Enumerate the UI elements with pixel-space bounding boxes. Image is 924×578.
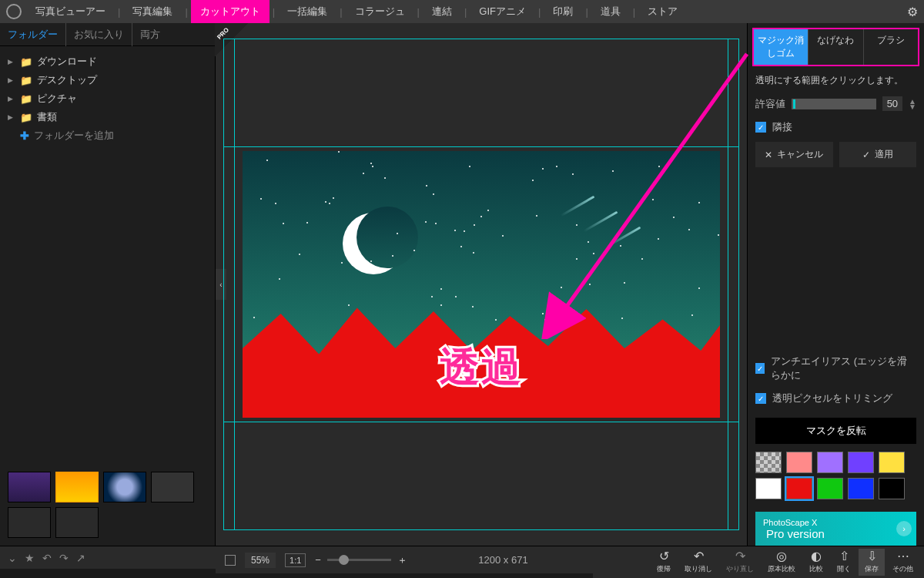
- folder-label: 書類: [37, 110, 57, 124]
- main-tab-bar: 写真ビューアー| 写真編集| カットアウト| 一括編集| コラージュ| 連結| …: [0, 0, 924, 23]
- bottom-left-bar: ⌄ ★ ↶ ↷ ↗: [0, 546, 216, 569]
- target-icon: ◎: [776, 550, 787, 563]
- folder-icon: 📁: [20, 75, 32, 86]
- color-swatches: [748, 449, 924, 507]
- swatch-red[interactable]: [786, 478, 812, 499]
- tool-tab-brush[interactable]: ブラシ: [863, 29, 918, 65]
- folder-pictures[interactable]: ▶📁ピクチャ: [5, 89, 210, 108]
- thumbnail[interactable]: [8, 472, 51, 502]
- swatch-green[interactable]: [817, 478, 843, 499]
- checkbox-checked-icon[interactable]: ✓: [755, 363, 765, 374]
- thumbnail[interactable]: [55, 472, 99, 502]
- zoom-percent[interactable]: 55%: [245, 553, 276, 568]
- star-icon[interactable]: ★: [25, 552, 35, 564]
- swatch-white[interactable]: [755, 478, 782, 499]
- tool-tab-bar: マジック消しゴム なげなわ ブラシ: [752, 28, 919, 66]
- chevron-down-icon[interactable]: ⌄: [8, 552, 17, 564]
- disclosure-triangle-icon[interactable]: ▶: [8, 113, 15, 121]
- right-panel: マジック消しゴム なげなわ ブラシ 透明にする範囲をクリックします。 許容値 5…: [747, 23, 924, 546]
- download-icon: ⇩: [867, 550, 877, 563]
- tab-tools[interactable]: 道具: [593, 2, 628, 22]
- save-button[interactable]: ⇩保存: [859, 549, 885, 576]
- left-tab-folders[interactable]: フォルダー: [0, 23, 65, 46]
- tool-tab-magic-eraser[interactable]: マジック消しゴム: [754, 29, 808, 65]
- revert-button[interactable]: ↺復帰: [651, 549, 677, 576]
- tool-tab-lasso[interactable]: なげなわ: [808, 29, 862, 65]
- thumbnail[interactable]: [8, 507, 51, 538]
- checkbox-checked-icon[interactable]: ✓: [755, 393, 766, 404]
- swatch-yellow[interactable]: [879, 452, 905, 473]
- pro-banner[interactable]: PhotoScape X Pro version ›: [755, 512, 916, 546]
- thumbnail[interactable]: [103, 472, 146, 502]
- bottom-center-bar: 55% 1:1 − ＋ 1200 x 671: [216, 546, 593, 573]
- apply-label: 適用: [875, 148, 893, 161]
- folder-desktop[interactable]: ▶📁デスクトップ: [5, 71, 210, 89]
- thumbnail[interactable]: [55, 507, 99, 538]
- checkbox-checked-icon[interactable]: ✓: [755, 122, 766, 133]
- zoom-slider[interactable]: − ＋: [315, 553, 407, 567]
- folder-tree: ▶📁ダウンロード ▶📁デスクトップ ▶📁ピクチャ ▶📁書類 ✚フォルダーを追加: [0, 46, 215, 151]
- tolerance-slider[interactable]: [792, 99, 876, 109]
- folder-label: デスクトップ: [37, 73, 97, 87]
- rotate-left-icon[interactable]: ↶: [42, 552, 52, 564]
- more-button[interactable]: ⋯その他: [886, 549, 919, 576]
- zoom-out-icon[interactable]: −: [315, 554, 321, 566]
- rotate-right-icon[interactable]: ↷: [59, 552, 69, 564]
- tab-store[interactable]: ストア: [640, 2, 685, 22]
- tab-gif[interactable]: GIFアニメ: [471, 2, 534, 22]
- canvas-viewport[interactable]: ‹ 透過: [216, 23, 747, 546]
- swatch-blue[interactable]: [848, 478, 874, 499]
- pro-banner-small: PhotoScape X: [763, 518, 825, 527]
- meteor-graphic: [561, 196, 595, 217]
- swatch-purple[interactable]: [817, 452, 843, 473]
- chevron-right-icon[interactable]: ›: [896, 521, 912, 536]
- add-folder-button[interactable]: ✚フォルダーを追加: [5, 126, 210, 145]
- collapse-left-button[interactable]: ‹: [216, 269, 226, 300]
- trim-check-row[interactable]: ✓ 透明ピクセルをトリミング: [748, 390, 924, 413]
- cancel-button[interactable]: ✕キャンセル: [755, 142, 833, 167]
- disclosure-triangle-icon[interactable]: ▶: [8, 58, 15, 66]
- folder-icon: 📁: [20, 56, 32, 68]
- tab-cutout[interactable]: カットアウト: [192, 2, 268, 22]
- swatch-pink[interactable]: [786, 452, 812, 473]
- folder-documents[interactable]: ▶📁書類: [5, 108, 210, 126]
- tool-hint: 透明にする範囲をクリックします。: [748, 71, 924, 96]
- tab-print[interactable]: 印刷: [545, 2, 581, 22]
- zoom-in-icon[interactable]: ＋: [397, 553, 407, 567]
- contiguous-check-row[interactable]: ✓ 隣接: [748, 119, 924, 142]
- antialias-check-row[interactable]: ✓ アンチエイリアス (エッジを滑らかに: [748, 353, 924, 390]
- invert-mask-button[interactable]: マスクを反転: [755, 418, 916, 444]
- open-button[interactable]: ⇧開く: [831, 549, 857, 576]
- swatch-transparent[interactable]: [755, 452, 782, 473]
- tab-viewer[interactable]: 写真ビューアー: [28, 2, 113, 22]
- tolerance-value[interactable]: 50: [882, 96, 902, 111]
- tab-combine[interactable]: 連結: [424, 2, 460, 22]
- contiguous-label: 隣接: [772, 120, 792, 134]
- tab-batch[interactable]: 一括編集: [280, 2, 335, 22]
- tab-collage[interactable]: コラージュ: [347, 2, 413, 22]
- settings-gear-icon[interactable]: ⚙: [907, 5, 918, 19]
- folder-downloads[interactable]: ▶📁ダウンロード: [5, 52, 210, 71]
- undo-button[interactable]: ↶取り消し: [678, 549, 718, 576]
- disclosure-triangle-icon[interactable]: ▶: [8, 76, 15, 84]
- swatch-violet[interactable]: [848, 452, 874, 473]
- compare-original-button[interactable]: ◎原本比較: [762, 549, 802, 576]
- left-tab-both[interactable]: 両方: [132, 23, 168, 46]
- tolerance-stepper[interactable]: ▲▼: [909, 99, 916, 109]
- left-tab-favorites[interactable]: お気に入り: [65, 23, 132, 46]
- share-icon[interactable]: ↗: [76, 552, 85, 564]
- swatch-black[interactable]: [879, 478, 905, 499]
- zoom-ratio[interactable]: 1:1: [285, 553, 306, 567]
- tolerance-control: 許容値 50 ▲▼: [748, 96, 924, 119]
- image-canvas[interactable]: 透過: [243, 151, 720, 418]
- redo-button[interactable]: ↷やり直し: [720, 549, 760, 576]
- disclosure-triangle-icon[interactable]: ▶: [8, 95, 15, 102]
- thumbnail[interactable]: [151, 472, 194, 502]
- compare-icon: ◐: [811, 550, 822, 563]
- tolerance-label: 許容値: [755, 97, 785, 111]
- apply-button[interactable]: ✓適用: [839, 142, 917, 167]
- tab-edit[interactable]: 写真編集: [125, 2, 180, 22]
- compare-button[interactable]: ◐比較: [803, 549, 829, 576]
- upload-icon: ⇧: [839, 550, 849, 563]
- canvas-mode-icon[interactable]: [225, 555, 236, 566]
